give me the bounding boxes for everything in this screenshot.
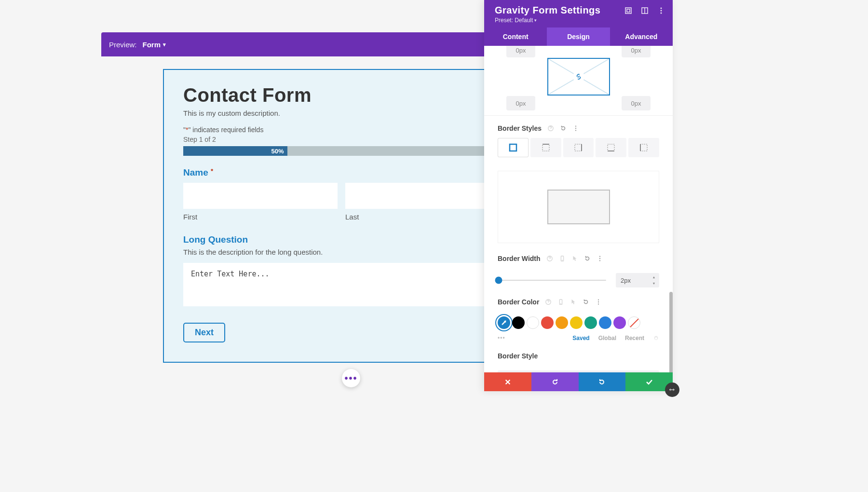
preset-dropdown[interactable]: Preset: Default <box>495 17 662 24</box>
panel-body[interactable]: 0px 0px 0px 0px Border Styles <box>484 46 673 372</box>
color-settings-icon[interactable] <box>653 335 659 342</box>
border-style-label: Border Style <box>498 352 659 360</box>
stepper-down[interactable]: ▼ <box>651 280 657 287</box>
help-icon[interactable] <box>547 125 554 132</box>
last-name-input[interactable] <box>345 183 500 209</box>
spacing-section: 0px 0px 0px 0px <box>484 46 673 116</box>
long-question-desc: This is the description for the long que… <box>183 248 500 256</box>
stepper-up[interactable]: ▲ <box>651 274 657 280</box>
svg-point-30 <box>598 301 599 302</box>
svg-rect-18 <box>640 144 647 151</box>
svg-point-10 <box>575 130 576 131</box>
color-yellow[interactable] <box>570 316 583 329</box>
border-style-top[interactable] <box>530 138 561 157</box>
mobile-icon[interactable] <box>559 255 566 262</box>
color-orange[interactable] <box>556 316 568 329</box>
next-button[interactable]: Next <box>183 323 225 342</box>
border-width-label: Border Width <box>498 255 659 262</box>
border-style-right[interactable] <box>563 138 594 157</box>
options-icon[interactable] <box>597 255 603 262</box>
more-icon[interactable] <box>657 7 665 14</box>
border-color-label: Border Color <box>498 298 659 306</box>
help-icon[interactable] <box>545 299 552 305</box>
preview-label: Preview: <box>109 41 137 49</box>
color-white[interactable] <box>527 316 539 329</box>
color-black[interactable] <box>512 316 525 329</box>
last-sublabel: Last <box>345 213 500 221</box>
color-teal[interactable] <box>584 316 597 329</box>
options-icon[interactable] <box>572 125 579 132</box>
form-description: This is my custom description. <box>183 109 500 117</box>
svg-rect-14 <box>575 144 582 151</box>
svg-rect-11 <box>510 144 516 151</box>
reset-icon[interactable] <box>583 299 589 305</box>
border-style-all[interactable] <box>498 138 529 157</box>
svg-point-25 <box>599 260 600 261</box>
undo-button[interactable] <box>531 372 579 391</box>
required-fields-note: "*" indicates required fields <box>183 126 500 134</box>
svg-point-4 <box>661 8 662 9</box>
svg-point-29 <box>598 299 599 300</box>
color-tab-saved[interactable]: Saved <box>572 335 589 342</box>
tab-content[interactable]: Content <box>484 27 547 46</box>
expand-icon[interactable] <box>624 7 632 14</box>
hover-icon[interactable] <box>571 255 578 262</box>
svg-point-8 <box>575 125 576 126</box>
spacing-box <box>547 58 610 96</box>
help-icon[interactable] <box>546 255 553 262</box>
eyedropper-swatch[interactable] <box>498 316 510 329</box>
preview-header: Preview: Form <box>101 32 516 56</box>
color-tab-global[interactable]: Global <box>598 335 616 342</box>
preview-dropdown[interactable]: Form <box>143 41 166 49</box>
mobile-icon[interactable] <box>557 299 564 305</box>
tab-design[interactable]: Design <box>547 27 610 46</box>
padding-bottom-right[interactable]: 0px <box>622 96 651 110</box>
reset-icon[interactable] <box>584 255 591 262</box>
svg-rect-0 <box>625 8 631 14</box>
first-name-input[interactable] <box>183 183 338 209</box>
color-tab-recent[interactable]: Recent <box>625 335 644 342</box>
border-style-select[interactable]: Solid ▲▼ <box>498 370 659 372</box>
border-preview <box>498 171 659 243</box>
padding-bottom-left[interactable]: 0px <box>506 96 535 110</box>
first-sublabel: First <box>183 213 338 221</box>
progress-bar: 50% <box>183 146 500 156</box>
border-width-value[interactable]: 2px ▲▼ <box>616 273 659 287</box>
border-width-slider[interactable] <box>498 280 606 281</box>
svg-point-9 <box>575 128 576 129</box>
form-canvas: Contact Form This is my custom descripti… <box>163 69 520 363</box>
padding-top-left[interactable]: 0px <box>506 46 535 57</box>
color-blue[interactable] <box>599 316 611 329</box>
border-preview-box <box>547 190 610 224</box>
border-style-bottom[interactable] <box>596 138 626 157</box>
color-none[interactable] <box>628 316 640 329</box>
name-field-label: Name * <box>183 167 500 178</box>
progress-fill: 50% <box>183 146 287 156</box>
cancel-button[interactable] <box>484 372 531 391</box>
border-style-left[interactable] <box>628 138 659 157</box>
redo-button[interactable] <box>579 372 626 391</box>
svg-point-6 <box>661 13 662 14</box>
settings-panel: Gravity Form Settings Preset: Default Co… <box>484 0 673 391</box>
hover-icon[interactable] <box>570 299 577 305</box>
floating-options-button[interactable]: ••• <box>342 369 360 387</box>
options-icon[interactable] <box>595 299 602 305</box>
long-question-textarea[interactable] <box>183 263 500 306</box>
svg-rect-1 <box>627 9 630 12</box>
more-colors[interactable]: ••• <box>498 335 505 342</box>
svg-rect-16 <box>608 144 614 151</box>
preview-area: Preview: Form Contact Form This is my cu… <box>101 32 516 363</box>
color-purple[interactable] <box>613 316 626 329</box>
step-label: Step 1 of 2 <box>183 136 500 143</box>
columns-icon[interactable] <box>641 7 649 14</box>
tab-advanced[interactable]: Advanced <box>610 27 673 46</box>
color-red[interactable] <box>541 316 554 329</box>
slider-thumb[interactable] <box>495 277 502 284</box>
svg-point-24 <box>599 258 600 259</box>
scrollbar-thumb[interactable] <box>669 292 673 372</box>
padding-top-right[interactable]: 0px <box>622 46 651 57</box>
reset-icon[interactable] <box>560 125 567 132</box>
link-values-icon[interactable] <box>573 71 584 82</box>
form-title: Contact Form <box>183 84 500 106</box>
panel-header: Gravity Form Settings Preset: Default <box>484 0 673 27</box>
